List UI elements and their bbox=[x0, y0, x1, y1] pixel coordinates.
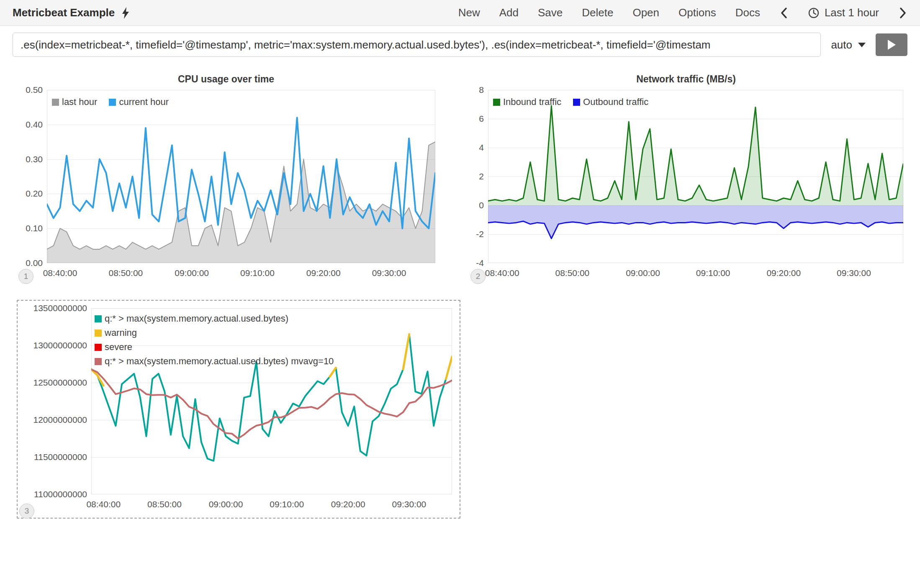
chart-canvas bbox=[488, 90, 903, 263]
nav-options-button[interactable]: Options bbox=[678, 6, 716, 19]
nav-delete-button[interactable]: Delete bbox=[582, 6, 613, 19]
x-tick-label: 08:50:00 bbox=[555, 268, 590, 278]
y-tick-label: 11500000000 bbox=[34, 452, 87, 462]
y-tick-label: 13000000000 bbox=[33, 340, 87, 350]
x-tick-label: 08:50:00 bbox=[109, 268, 143, 278]
y-axis: 0.500.400.300.200.100.00 bbox=[17, 90, 47, 263]
toolbar-title-group: Metricbeat Example bbox=[13, 6, 131, 19]
x-tick-label: 09:10:00 bbox=[270, 499, 304, 509]
x-tick-label: 09:30:00 bbox=[372, 268, 406, 278]
x-tick-label: 09:20:00 bbox=[331, 499, 365, 509]
interval-value: auto bbox=[831, 38, 852, 51]
chart-panel-network-traffic[interactable]: Network traffic (MB/s) 86420-2-4 Inbound… bbox=[469, 74, 903, 283]
x-tick-label: 08:40:00 bbox=[485, 268, 519, 278]
x-tick-label: 09:00:00 bbox=[626, 268, 660, 278]
chart-canvas bbox=[47, 90, 435, 263]
plot-area: last hourcurrent hour bbox=[47, 90, 435, 263]
nav-docs-button[interactable]: Docs bbox=[735, 6, 760, 19]
x-tick-label: 08:40:00 bbox=[43, 268, 77, 278]
y-tick-label: 0.40 bbox=[26, 120, 43, 130]
chart-panel-cpu-usage[interactable]: CPU usage over time 0.500.400.300.200.10… bbox=[17, 74, 435, 283]
y-tick-label: 11000000000 bbox=[34, 489, 87, 499]
x-tick-label: 09:00:00 bbox=[209, 499, 243, 509]
y-axis: 1350000000013000000000125000000001200000… bbox=[22, 308, 91, 494]
y-tick-label: 12500000000 bbox=[33, 378, 87, 388]
chevron-right-icon[interactable] bbox=[898, 7, 907, 19]
y-tick-label: 8 bbox=[479, 85, 484, 95]
y-tick-label: 0 bbox=[479, 200, 484, 210]
time-picker[interactable]: Last 1 hour bbox=[808, 6, 879, 19]
x-tick-label: 09:10:00 bbox=[696, 268, 730, 278]
chart-panel-memory-selected[interactable]: 1350000000013000000000125000000001200000… bbox=[17, 300, 460, 519]
y-tick-label: -4 bbox=[476, 258, 484, 268]
play-icon bbox=[887, 39, 896, 50]
y-tick-label: 0.20 bbox=[26, 189, 43, 199]
y-tick-label: 0.10 bbox=[26, 223, 43, 233]
nav-save-button[interactable]: Save bbox=[538, 6, 563, 19]
chevron-left-icon[interactable] bbox=[779, 7, 789, 19]
interval-select[interactable]: auto bbox=[828, 38, 868, 51]
x-axis: 08:40:0008:50:0009:00:0009:10:0009:20:00… bbox=[91, 494, 452, 514]
nav-new-button[interactable]: New bbox=[458, 6, 480, 19]
y-tick-label: 0.50 bbox=[26, 85, 43, 95]
clock-icon bbox=[808, 7, 820, 19]
chart-canvas bbox=[91, 308, 452, 494]
y-tick-label: -2 bbox=[476, 229, 484, 239]
nav-open-button[interactable]: Open bbox=[632, 6, 659, 19]
x-tick-label: 09:10:00 bbox=[240, 268, 275, 278]
panel-number-badge: 1 bbox=[18, 269, 33, 284]
chart-title: Network traffic (MB/s) bbox=[469, 74, 903, 85]
run-query-button[interactable] bbox=[876, 33, 907, 56]
toolbar-nav: NewAddSaveDeleteOpenOptionsDocs Last 1 h… bbox=[458, 6, 907, 19]
query-bar: auto bbox=[0, 26, 920, 63]
caret-down-icon bbox=[858, 43, 866, 47]
y-tick-label: 0.30 bbox=[26, 154, 43, 164]
y-tick-label: 13500000000 bbox=[33, 303, 87, 313]
panel-number-badge: 3 bbox=[19, 504, 34, 519]
bolt-icon bbox=[121, 7, 131, 19]
app-title: Metricbeat Example bbox=[13, 6, 115, 19]
y-tick-label: 6 bbox=[479, 114, 484, 124]
panel-number-badge: 2 bbox=[470, 269, 486, 284]
x-tick-label: 09:30:00 bbox=[837, 268, 871, 278]
y-tick-label: 12000000000 bbox=[33, 415, 87, 425]
x-tick-label: 09:30:00 bbox=[392, 499, 427, 509]
timelion-query-input[interactable] bbox=[13, 33, 821, 57]
y-axis: 86420-2-4 bbox=[469, 90, 488, 263]
time-range-label: Last 1 hour bbox=[825, 6, 879, 19]
plot-area: q:* > max(system.memory.actual.used.byte… bbox=[91, 308, 452, 494]
x-axis: 08:40:0008:50:0009:00:0009:10:0009:20:00… bbox=[47, 263, 435, 283]
nav-add-button[interactable]: Add bbox=[499, 6, 519, 19]
charts-area: CPU usage over time 0.500.400.300.200.10… bbox=[0, 63, 920, 519]
y-tick-label: 4 bbox=[479, 143, 484, 153]
x-tick-label: 09:20:00 bbox=[766, 268, 801, 278]
x-tick-label: 08:50:00 bbox=[147, 499, 182, 509]
y-tick-label: 0.00 bbox=[26, 258, 43, 268]
x-axis: 08:40:0008:50:0009:00:0009:10:0009:20:00… bbox=[488, 263, 903, 283]
x-tick-label: 09:20:00 bbox=[306, 268, 341, 278]
plot-area: Inbound trafficOutbound traffic bbox=[488, 90, 903, 263]
chart-title: CPU usage over time bbox=[17, 74, 435, 85]
x-tick-label: 09:00:00 bbox=[175, 268, 209, 278]
y-tick-label: 2 bbox=[479, 171, 484, 182]
x-tick-label: 08:40:00 bbox=[86, 499, 121, 509]
toolbar: Metricbeat Example NewAddSaveDeleteOpenO… bbox=[0, 0, 920, 26]
